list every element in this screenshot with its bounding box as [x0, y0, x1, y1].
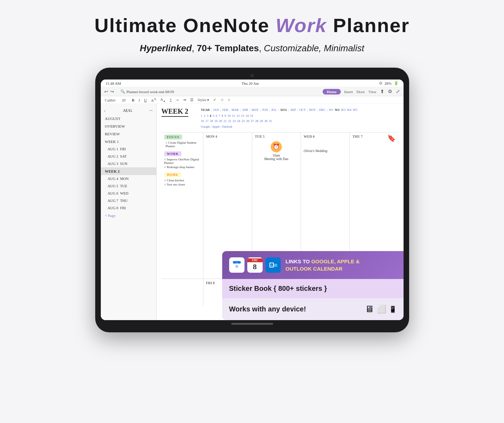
- italic-button[interactable]: I: [138, 98, 141, 102]
- event-title: Meeting with Dan: [255, 157, 298, 161]
- cal-num-26[interactable]: 26: [246, 119, 249, 123]
- styles-button[interactable]: Styles ▾: [197, 98, 210, 102]
- tab-home[interactable]: Home: [323, 89, 341, 95]
- sidebar-item-aug3[interactable]: AUG 3 SUN: [101, 160, 156, 167]
- month-jun[interactable]: JUN: [262, 107, 268, 112]
- month-nov[interactable]: NOV: [309, 107, 316, 112]
- cal-num-30[interactable]: 30: [264, 119, 268, 123]
- font-color-button[interactable]: A▲: [160, 97, 166, 103]
- sidebar-item-aug2[interactable]: AUG 2 SAT: [101, 153, 156, 160]
- cal-num-21[interactable]: 21: [224, 119, 227, 123]
- cal-num-29[interactable]: 29: [260, 119, 263, 123]
- apple-cal-link[interactable]: Apple: [212, 125, 220, 128]
- tab-insert[interactable]: Insert: [344, 90, 353, 94]
- cal-num-5[interactable]: 5: [213, 113, 215, 118]
- cal-num-7[interactable]: 7: [219, 113, 220, 118]
- bold-button[interactable]: B: [131, 98, 135, 102]
- year-link[interactable]: YEAR: [201, 107, 210, 112]
- search-text[interactable]: Planner-boxed week-md-MON: [127, 90, 174, 94]
- sidebar-item-aug7[interactable]: AUG 7 THU: [101, 197, 156, 204]
- cal-num-3[interactable]: 3: [207, 113, 209, 118]
- sidebar-item-aug6[interactable]: AUG 6 WED: [101, 190, 156, 197]
- week-w1[interactable]: W1: [329, 107, 333, 112]
- cal-num-10[interactable]: 10: [227, 113, 231, 118]
- sticker-panel: Sticker Book { 800+ stickers }: [222, 279, 404, 298]
- month-aug[interactable]: AUG: [280, 107, 287, 112]
- cal-num-16[interactable]: 16: [201, 119, 204, 123]
- cal-num-2[interactable]: 2: [204, 113, 205, 118]
- cal-num-23[interactable]: 23: [233, 119, 236, 123]
- month-mar[interactable]: MAR: [232, 107, 239, 112]
- cal-num-15[interactable]: 15: [250, 113, 253, 118]
- outlook-cal-link[interactable]: Outlook: [222, 125, 232, 128]
- tab-view[interactable]: View: [368, 90, 376, 94]
- cal-num-20[interactable]: 20: [219, 119, 222, 123]
- cal-num-28[interactable]: 28: [255, 119, 258, 123]
- cal-num-31[interactable]: 31: [269, 119, 272, 123]
- cal-num-13[interactable]: 13: [241, 113, 244, 118]
- indent-button[interactable]: ⇥: [182, 98, 187, 102]
- month-apr[interactable]: APR: [242, 107, 248, 112]
- tab-draw[interactable]: Draw: [356, 90, 365, 94]
- cal-num-24[interactable]: 24: [237, 119, 240, 123]
- month-jul[interactable]: JUL: [271, 107, 277, 112]
- cal-num-11[interactable]: 11: [232, 113, 235, 118]
- month-dec[interactable]: DEC: [319, 107, 325, 112]
- week-w5[interactable]: W5: [353, 107, 358, 112]
- sidebar-item-aug1[interactable]: AUG 1 FRI: [101, 145, 156, 153]
- sidebar-item-august[interactable]: AUGUST: [101, 115, 156, 122]
- battery-icon: 🔋: [394, 81, 399, 85]
- cal-num-12[interactable]: 12: [236, 113, 240, 118]
- sidebar-more-icon[interactable]: ···: [149, 108, 152, 113]
- sidebar-item-aug4[interactable]: AUG 4 MON: [101, 175, 156, 182]
- sidebar-item-review[interactable]: REVIEW: [101, 130, 156, 138]
- redo-icon[interactable]: ↪: [110, 89, 114, 95]
- cal-text-line2: OUTLOOK CALENDAR: [286, 266, 343, 272]
- toolbar-icons: ⬆ ⚙ ⤢: [380, 89, 400, 95]
- sidebar-back-icon[interactable]: ‹: [104, 108, 106, 113]
- undo-icon[interactable]: ↩: [104, 89, 108, 95]
- device-text: Works with any device!: [229, 305, 306, 313]
- font-size-button[interactable]: AA: [150, 97, 157, 103]
- google-cal-link[interactable]: Google: [201, 125, 210, 128]
- month-jan[interactable]: JAN: [213, 107, 219, 112]
- cal-num-18[interactable]: 18: [210, 119, 213, 123]
- sidebar-item-week2[interactable]: WEEK 2: [101, 167, 156, 175]
- share-icon[interactable]: ⬆: [380, 89, 384, 95]
- week-w3[interactable]: W3: [341, 107, 346, 112]
- week-w2[interactable]: W2: [335, 107, 340, 112]
- week-w4[interactable]: W4: [347, 107, 352, 112]
- font-size[interactable]: 20: [121, 98, 126, 102]
- cal-num-19[interactable]: 19: [215, 119, 218, 123]
- align-button[interactable]: ☰: [189, 98, 194, 102]
- cal-num-6[interactable]: 6: [216, 113, 217, 118]
- font-name[interactable]: Calibri: [104, 98, 116, 102]
- month-oct[interactable]: OCT: [299, 107, 306, 112]
- cal-num-4[interactable]: 4: [210, 113, 211, 118]
- help-button[interactable]: ?: [227, 98, 231, 102]
- cal-num-14[interactable]: 14: [246, 113, 249, 118]
- sidebar-item-aug8[interactable]: AUG 8 FRI: [101, 204, 156, 212]
- formula-button[interactable]: ∑: [169, 98, 173, 102]
- sidebar-item-aug5[interactable]: AUG 5 TUE: [101, 182, 156, 190]
- month-sep[interactable]: SEP: [291, 107, 296, 112]
- cal-num-25[interactable]: 25: [242, 119, 245, 123]
- sidebar-add-page[interactable]: + Page: [101, 212, 156, 219]
- underline-button[interactable]: U: [143, 98, 148, 102]
- cal-num-27[interactable]: 27: [251, 119, 254, 123]
- sidebar-item-week1[interactable]: WEEK 1: [101, 138, 156, 145]
- cal-num-8[interactable]: 8: [221, 113, 223, 118]
- star-button[interactable]: ☆: [220, 98, 225, 102]
- mini-cal-nav: YEAR | JAN | FEB | MAR | APR | MAY |: [201, 107, 358, 129]
- month-may[interactable]: MAY: [251, 107, 258, 112]
- cal-num-17[interactable]: 17: [205, 119, 209, 123]
- list-button[interactable]: ≡: [176, 98, 179, 102]
- month-feb[interactable]: FEB: [222, 107, 228, 112]
- cal-num-1[interactable]: 1: [201, 113, 203, 118]
- cal-num-22[interactable]: 22: [228, 119, 231, 123]
- settings-icon[interactable]: ⚙: [388, 89, 392, 95]
- sidebar-item-overview[interactable]: OVERVIEW: [101, 122, 156, 130]
- cal-num-9[interactable]: 9: [225, 113, 226, 118]
- check-button[interactable]: ✓: [212, 98, 217, 102]
- expand-icon[interactable]: ⤢: [396, 89, 400, 95]
